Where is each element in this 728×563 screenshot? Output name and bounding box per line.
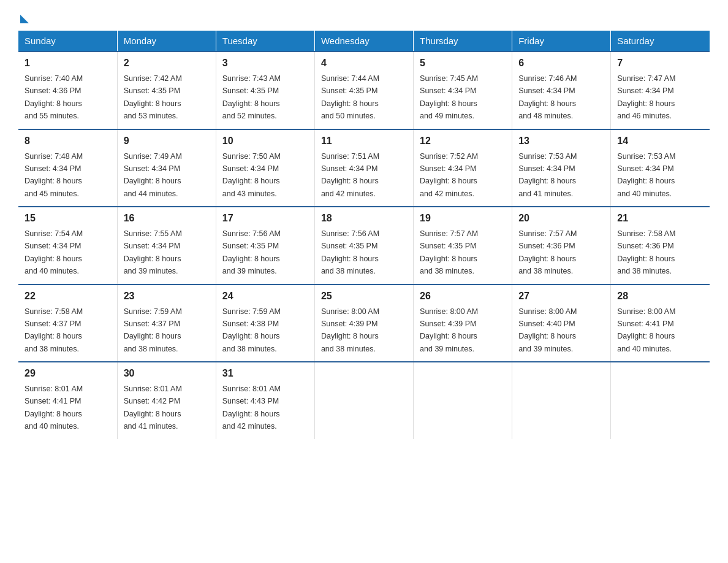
day-number: 9 <box>124 134 210 148</box>
day-number: 28 <box>617 289 703 304</box>
week-row-1: 1 Sunrise: 7:40 AMSunset: 4:36 PMDayligh… <box>18 52 710 129</box>
day-info: Sunrise: 8:00 AMSunset: 4:41 PMDaylight:… <box>617 307 675 353</box>
day-number: 22 <box>25 289 111 304</box>
day-number: 2 <box>124 56 210 71</box>
day-cell: 1 Sunrise: 7:40 AMSunset: 4:36 PMDayligh… <box>18 52 117 129</box>
day-info: Sunrise: 8:01 AMSunset: 4:43 PMDaylight:… <box>222 385 281 431</box>
day-info: Sunrise: 7:57 AMSunset: 4:35 PMDaylight:… <box>420 229 478 275</box>
day-cell <box>414 362 512 439</box>
day-info: Sunrise: 7:40 AMSunset: 4:36 PMDaylight:… <box>25 74 83 120</box>
day-cell: 9 Sunrise: 7:49 AMSunset: 4:34 PMDayligh… <box>117 129 216 207</box>
week-row-4: 22 Sunrise: 7:58 AMSunset: 4:37 PMDaylig… <box>18 285 710 362</box>
day-info: Sunrise: 7:45 AMSunset: 4:34 PMDaylight:… <box>420 74 478 120</box>
day-info: Sunrise: 8:01 AMSunset: 4:41 PMDaylight:… <box>25 385 83 431</box>
day-cell: 12 Sunrise: 7:52 AMSunset: 4:34 PMDaylig… <box>414 129 512 207</box>
day-info: Sunrise: 7:54 AMSunset: 4:34 PMDaylight:… <box>25 229 83 275</box>
day-info: Sunrise: 7:49 AMSunset: 4:34 PMDaylight:… <box>124 152 182 198</box>
day-number: 25 <box>321 289 407 304</box>
day-cell: 13 Sunrise: 7:53 AMSunset: 4:34 PMDaylig… <box>512 129 611 207</box>
day-cell: 5 Sunrise: 7:45 AMSunset: 4:34 PMDayligh… <box>414 52 512 129</box>
day-number: 12 <box>420 134 506 148</box>
day-number: 19 <box>420 211 506 226</box>
day-number: 5 <box>420 56 506 71</box>
day-cell: 19 Sunrise: 7:57 AMSunset: 4:35 PMDaylig… <box>414 207 512 285</box>
day-cell <box>611 362 710 439</box>
day-cell: 28 Sunrise: 8:00 AMSunset: 4:41 PMDaylig… <box>611 285 710 362</box>
day-cell: 8 Sunrise: 7:48 AMSunset: 4:34 PMDayligh… <box>18 129 117 207</box>
day-info: Sunrise: 7:52 AMSunset: 4:34 PMDaylight:… <box>420 152 478 198</box>
day-info: Sunrise: 7:47 AMSunset: 4:34 PMDaylight:… <box>617 74 675 120</box>
day-cell: 27 Sunrise: 8:00 AMSunset: 4:40 PMDaylig… <box>512 285 611 362</box>
day-number: 20 <box>518 211 604 226</box>
day-number: 31 <box>222 366 308 381</box>
day-info: Sunrise: 7:58 AMSunset: 4:37 PMDaylight:… <box>25 307 83 353</box>
day-number: 1 <box>25 56 111 71</box>
day-cell <box>512 362 611 439</box>
day-number: 26 <box>420 289 506 304</box>
day-info: Sunrise: 7:43 AMSunset: 4:35 PMDaylight:… <box>222 74 281 120</box>
day-info: Sunrise: 7:53 AMSunset: 4:34 PMDaylight:… <box>617 152 675 198</box>
weekday-header-monday: Monday <box>117 31 216 52</box>
day-cell: 31 Sunrise: 8:01 AMSunset: 4:43 PMDaylig… <box>216 362 314 439</box>
day-info: Sunrise: 7:48 AMSunset: 4:34 PMDaylight:… <box>25 152 83 198</box>
day-cell: 11 Sunrise: 7:51 AMSunset: 4:34 PMDaylig… <box>314 129 413 207</box>
day-number: 6 <box>518 56 604 71</box>
day-cell: 21 Sunrise: 7:58 AMSunset: 4:36 PMDaylig… <box>611 207 710 285</box>
day-info: Sunrise: 7:57 AMSunset: 4:36 PMDaylight:… <box>518 229 577 275</box>
day-info: Sunrise: 7:44 AMSunset: 4:35 PMDaylight:… <box>321 74 379 120</box>
day-info: Sunrise: 7:59 AMSunset: 4:37 PMDaylight:… <box>124 307 182 353</box>
day-number: 14 <box>617 134 703 148</box>
day-cell: 30 Sunrise: 8:01 AMSunset: 4:42 PMDaylig… <box>117 362 216 439</box>
day-cell: 26 Sunrise: 8:00 AMSunset: 4:39 PMDaylig… <box>414 285 512 362</box>
day-cell: 6 Sunrise: 7:46 AMSunset: 4:34 PMDayligh… <box>512 52 611 129</box>
day-number: 29 <box>25 366 111 381</box>
weekday-header-saturday: Saturday <box>611 31 710 52</box>
day-cell: 7 Sunrise: 7:47 AMSunset: 4:34 PMDayligh… <box>611 52 710 129</box>
weekday-header-thursday: Thursday <box>414 31 512 52</box>
day-cell: 25 Sunrise: 8:00 AMSunset: 4:39 PMDaylig… <box>314 285 413 362</box>
header <box>18 12 710 20</box>
weekday-header-row: SundayMondayTuesdayWednesdayThursdayFrid… <box>18 31 710 52</box>
day-number: 16 <box>124 211 210 226</box>
day-info: Sunrise: 8:01 AMSunset: 4:42 PMDaylight:… <box>124 385 182 431</box>
day-info: Sunrise: 8:00 AMSunset: 4:40 PMDaylight:… <box>518 307 577 353</box>
logo <box>18 12 29 20</box>
day-cell: 20 Sunrise: 7:57 AMSunset: 4:36 PMDaylig… <box>512 207 611 285</box>
day-number: 24 <box>222 289 308 304</box>
day-info: Sunrise: 7:42 AMSunset: 4:35 PMDaylight:… <box>124 74 182 120</box>
day-cell: 15 Sunrise: 7:54 AMSunset: 4:34 PMDaylig… <box>18 207 117 285</box>
day-cell: 2 Sunrise: 7:42 AMSunset: 4:35 PMDayligh… <box>117 52 216 129</box>
day-info: Sunrise: 7:51 AMSunset: 4:34 PMDaylight:… <box>321 152 379 198</box>
calendar-table: SundayMondayTuesdayWednesdayThursdayFrid… <box>18 31 710 439</box>
day-info: Sunrise: 7:56 AMSunset: 4:35 PMDaylight:… <box>222 229 281 275</box>
day-cell: 3 Sunrise: 7:43 AMSunset: 4:35 PMDayligh… <box>216 52 314 129</box>
day-info: Sunrise: 7:53 AMSunset: 4:34 PMDaylight:… <box>518 152 577 198</box>
logo-triangle-icon <box>20 15 29 23</box>
day-cell: 22 Sunrise: 7:58 AMSunset: 4:37 PMDaylig… <box>18 285 117 362</box>
weekday-header-friday: Friday <box>512 31 611 52</box>
day-number: 11 <box>321 134 407 148</box>
day-number: 15 <box>25 211 111 226</box>
day-info: Sunrise: 7:58 AMSunset: 4:36 PMDaylight:… <box>617 229 675 275</box>
day-number: 13 <box>518 134 604 148</box>
day-number: 7 <box>617 56 703 71</box>
day-info: Sunrise: 7:59 AMSunset: 4:38 PMDaylight:… <box>222 307 281 353</box>
day-cell: 4 Sunrise: 7:44 AMSunset: 4:35 PMDayligh… <box>314 52 413 129</box>
weekday-header-tuesday: Tuesday <box>216 31 314 52</box>
weekday-header-sunday: Sunday <box>18 31 117 52</box>
day-cell: 14 Sunrise: 7:53 AMSunset: 4:34 PMDaylig… <box>611 129 710 207</box>
week-row-5: 29 Sunrise: 8:01 AMSunset: 4:41 PMDaylig… <box>18 362 710 439</box>
day-info: Sunrise: 7:55 AMSunset: 4:34 PMDaylight:… <box>124 229 182 275</box>
day-number: 10 <box>222 134 308 148</box>
day-info: Sunrise: 7:50 AMSunset: 4:34 PMDaylight:… <box>222 152 281 198</box>
day-cell: 16 Sunrise: 7:55 AMSunset: 4:34 PMDaylig… <box>117 207 216 285</box>
week-row-2: 8 Sunrise: 7:48 AMSunset: 4:34 PMDayligh… <box>18 129 710 207</box>
day-cell <box>314 362 413 439</box>
day-number: 3 <box>222 56 308 71</box>
day-number: 21 <box>617 211 703 226</box>
day-info: Sunrise: 8:00 AMSunset: 4:39 PMDaylight:… <box>321 307 379 353</box>
day-cell: 10 Sunrise: 7:50 AMSunset: 4:34 PMDaylig… <box>216 129 314 207</box>
day-number: 18 <box>321 211 407 226</box>
day-number: 30 <box>124 366 210 381</box>
day-info: Sunrise: 7:56 AMSunset: 4:35 PMDaylight:… <box>321 229 379 275</box>
